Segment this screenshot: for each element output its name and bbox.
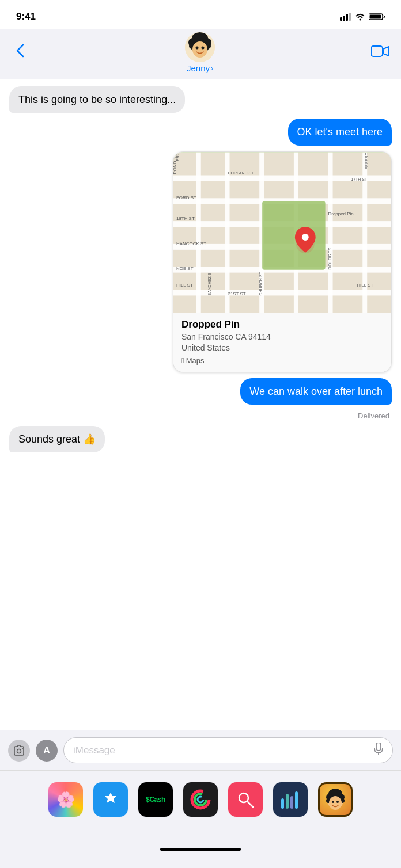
svg-point-71 [329,796,342,810]
svg-point-16 [196,47,199,50]
tray-music-icon[interactable] [273,782,308,817]
svg-point-57 [195,794,206,805]
svg-point-72 [332,801,334,803]
svg-text:18TH ST: 18TH ST [176,216,195,221]
contact-chevron: › [211,64,213,73]
svg-rect-61 [281,798,284,809]
cash-icon-glyph: $Cash [146,795,165,804]
status-time: 9:41 [16,11,36,22]
music-icon-glyph [279,790,301,809]
video-call-button[interactable] [371,45,389,61]
svg-text:FORD ST: FORD ST [176,195,196,200]
message-row-4: We can walk over after lunch [9,378,392,405]
battery-icon [369,13,385,21]
svg-text:PROSPER ST: PROSPER ST [176,152,180,161]
svg-rect-18 [371,46,383,56]
message-bubble-incoming-2[interactable]: Sounds great 👍 [9,426,105,452]
apple-logo-icon:  [181,356,184,365]
map-info: Dropped Pin San Francisco CA 94114 Unite… [173,313,391,372]
svg-point-51 [17,749,21,753]
camera-button[interactable] [8,740,30,762]
app-tray: 🌸 $Cash [0,770,401,868]
svg-text:ERRERO ST: ERRERO ST [365,152,369,170]
svg-line-60 [247,801,253,807]
svg-rect-53 [376,743,381,751]
svg-point-15 [192,41,207,58]
home-indicator [160,848,241,851]
photos-icon-glyph: 🌸 [56,791,75,809]
search-icon-glyph [236,790,255,809]
svg-text:DOLORES: DOLORES [327,247,332,269]
svg-rect-2 [346,14,348,21]
svg-rect-31 [362,152,367,313]
tray-memoji-icon[interactable] [318,782,353,817]
message-bubble-outgoing-1[interactable]: OK let's meet here [288,119,392,145]
message-input-placeholder[interactable]: iMessage [73,745,115,756]
svg-rect-62 [286,794,289,809]
mic-icon[interactable] [374,743,383,758]
memoji-icon-glyph [324,788,347,811]
wifi-icon [355,13,365,21]
tray-appstore-icon[interactable] [93,782,128,817]
status-icons [340,13,385,21]
svg-text:HILL ST: HILL ST [357,283,373,288]
svg-point-17 [202,47,205,50]
delivered-status: Delivered [9,412,392,420]
svg-rect-1 [343,16,345,21]
apps-icon: A [43,745,50,756]
contact-name[interactable]: Jenny › [187,63,213,73]
map-pin-title: Dropped Pin [181,319,383,330]
svg-rect-32 [262,201,325,269]
svg-point-4 [360,19,361,21]
status-bar: 9:41 [0,0,401,29]
svg-rect-63 [290,796,293,809]
svg-text:NOE ST: NOE ST [176,265,194,271]
message-row-2: OK let's meet here [9,119,392,145]
app-tray-icons: 🌸 $Cash [48,782,353,817]
message-input-wrapper[interactable]: iMessage [63,737,393,763]
svg-rect-27 [225,152,230,313]
back-button[interactable] [12,41,29,64]
contact-avatar [185,32,215,62]
tray-fitness-icon[interactable] [183,782,218,817]
svg-point-50 [302,234,309,241]
tray-search-icon[interactable] [228,782,263,817]
svg-rect-25 [173,290,391,295]
tray-photos-icon[interactable]: 🌸 [48,782,83,817]
svg-rect-30 [328,152,333,313]
messages-area: This is going to be so interesting... OK… [0,79,401,769]
apps-button[interactable]: A [36,740,58,762]
svg-rect-26 [196,152,201,313]
map-bubble-wrapper[interactable]: POND ST DORLAND ST FORD ST 18TH ST HANCO… [9,151,392,372]
svg-text:HANCOCK ST: HANCOCK ST [176,241,206,246]
svg-rect-0 [340,17,342,21]
svg-rect-6 [370,15,381,19]
svg-point-73 [336,801,339,803]
signal-icon [340,13,351,21]
input-bar: A iMessage [0,730,401,770]
svg-text:Dropped Pin: Dropped Pin [328,211,354,216]
svg-text:SANCHEZ S: SANCHEZ S [207,272,211,295]
tray-cash-icon[interactable]: $Cash [138,782,173,817]
svg-text:17TH ST: 17TH ST [351,177,368,181]
svg-text:CHURCH ST: CHURCH ST [259,271,263,295]
svg-text:DORLAND ST: DORLAND ST [228,170,255,174]
nav-bar: Jenny › [0,29,401,79]
svg-point-58 [198,797,203,802]
map-source:  Maps [181,356,383,365]
svg-rect-64 [295,791,298,809]
svg-text:HILL ST: HILL ST [176,283,193,288]
message-row-5: Sounds great 👍 [9,426,392,452]
nav-contact-center[interactable]: Jenny › [185,32,215,73]
fitness-icon-glyph [189,788,212,811]
message-bubble-outgoing-2[interactable]: We can walk over after lunch [240,378,392,405]
message-bubble-incoming-1[interactable]: This is going to be so interesting... [9,86,185,113]
svg-rect-3 [349,13,351,21]
map-image[interactable]: POND ST DORLAND ST FORD ST 18TH ST HANCO… [173,152,391,313]
map-address-line1: San Francisco CA 94114 United States [181,332,383,354]
message-row-1: This is going to be so interesting... [9,86,392,113]
appstore-icon-glyph [101,790,120,809]
map-bubble[interactable]: POND ST DORLAND ST FORD ST 18TH ST HANCO… [173,151,392,372]
svg-text:21ST ST: 21ST ST [228,291,246,296]
svg-point-52 [22,748,23,749]
